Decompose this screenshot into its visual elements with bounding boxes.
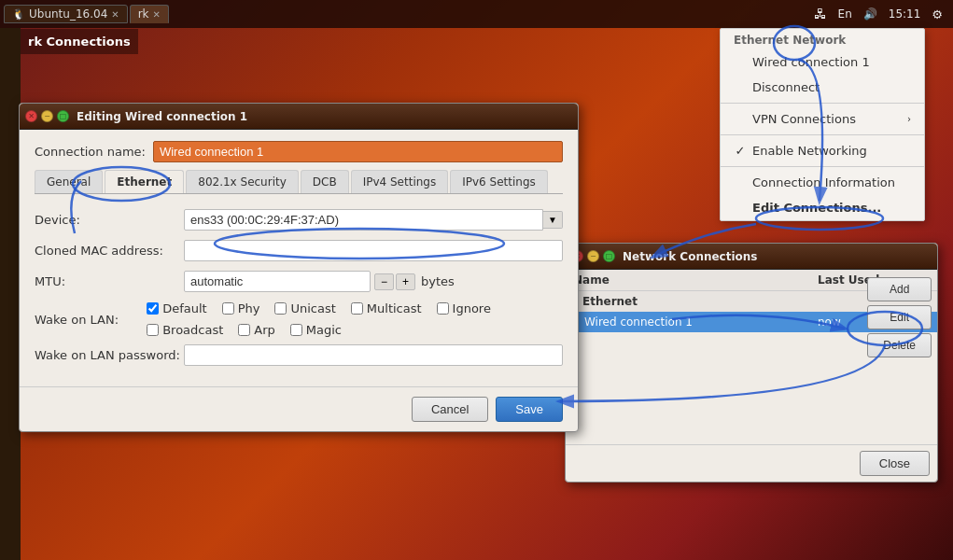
- wol-magic-label: Magic: [306, 323, 342, 337]
- wol-ignore-cb[interactable]: [437, 302, 449, 315]
- cloned-mac-input[interactable]: [184, 240, 563, 261]
- mtu-row: MTU: automatic − + bytes: [35, 271, 563, 292]
- col-name-header: Name: [573, 273, 818, 287]
- wol-default[interactable]: Default: [147, 301, 207, 315]
- tab-rk[interactable]: rk ✕: [130, 5, 169, 23]
- edit-dialog-footer: Cancel Save: [20, 386, 578, 431]
- net-panel-max-btn[interactable]: □: [603, 250, 615, 262]
- taskbar: 🐧 Ubuntu_16.04 ✕ rk ✕ 🖧 En 🔊 15:11 ⚙: [0, 0, 953, 28]
- tab-general[interactable]: General: [35, 170, 103, 193]
- clock: 15:11: [886, 6, 924, 22]
- wol-phy-label: Phy: [238, 301, 260, 315]
- wol-arp-cb[interactable]: [238, 324, 250, 336]
- wol-default-label: Default: [162, 301, 207, 315]
- net-panel-min-btn[interactable]: −: [587, 250, 599, 262]
- add-connection-btn[interactable]: Add: [867, 277, 932, 301]
- dropdown-conn-info[interactable]: Connection Information: [721, 170, 924, 195]
- volume-icon[interactable]: 🔊: [861, 6, 880, 22]
- tab-ubuntu-close[interactable]: ✕: [111, 9, 119, 20]
- edit-dialog-title: Editing Wired connection 1: [77, 110, 247, 123]
- dropdown-vpn[interactable]: VPN Connections ›: [721, 106, 924, 132]
- dropdown-edit-conns[interactable]: Edit Connections...: [721, 195, 924, 220]
- edit-connection-btn[interactable]: Edit: [867, 305, 932, 329]
- mtu-minus-btn[interactable]: −: [374, 273, 394, 290]
- wol-broadcast-cb[interactable]: [147, 324, 159, 336]
- dropdown-sep2: [721, 134, 924, 135]
- tab-rk-close[interactable]: ✕: [153, 9, 161, 20]
- cancel-button[interactable]: Cancel: [412, 397, 488, 422]
- network-taskbar-icon[interactable]: 🖧: [811, 5, 830, 23]
- wol-checkboxes: Default Phy Unicast Multicast: [147, 301, 563, 337]
- wol-phy-cb[interactable]: [222, 302, 234, 315]
- cloned-mac-row: Cloned MAC address:: [35, 240, 563, 261]
- ethernet-section-label: Ethernet: [582, 295, 638, 308]
- dropdown-header: Ethernet Network: [721, 29, 924, 49]
- tab-rk-label: rk: [138, 7, 149, 21]
- net-panel-titlebar: ✕ − □ Network Connections: [566, 244, 937, 270]
- dropdown-enable-label: Enable Networking: [752, 144, 867, 158]
- net-panel-buttons: Add Edit Delete: [862, 270, 937, 365]
- window-controls: ✕ − □: [25, 110, 69, 122]
- wol-password-label: Wake on LAN password:: [35, 348, 184, 362]
- window-max-btn[interactable]: □: [57, 110, 69, 122]
- device-field-group: ens33 (00:0C:29:4F:37:AD) ▼: [184, 209, 563, 231]
- wol-magic-cb[interactable]: [290, 324, 302, 336]
- tab-dcb[interactable]: DCB: [301, 170, 349, 193]
- dropdown-sep1: [721, 103, 924, 104]
- device-row: Device: ens33 (00:0C:29:4F:37:AD) ▼: [35, 209, 563, 231]
- wol-default-cb[interactable]: [147, 302, 159, 315]
- wol-password-row: Wake on LAN password:: [35, 344, 563, 366]
- taskbar-left: 🐧 Ubuntu_16.04 ✕ rk ✕: [0, 5, 169, 23]
- mtu-buttons: − +: [374, 273, 415, 290]
- wol-magic[interactable]: Magic: [290, 323, 342, 337]
- device-input[interactable]: ens33 (00:0C:29:4F:37:AD): [184, 209, 543, 231]
- wol-multicast[interactable]: Multicast: [351, 301, 422, 315]
- dropdown-wired1[interactable]: Wired connection 1: [721, 49, 924, 75]
- tab-ubuntu[interactable]: 🐧 Ubuntu_16.04 ✕: [4, 5, 128, 23]
- network-dropdown-menu: Ethernet Network Wired connection 1 Disc…: [720, 28, 925, 221]
- conn-name-input[interactable]: Wired connection 1: [153, 141, 563, 162]
- window-min-btn[interactable]: −: [41, 110, 53, 122]
- tab-ubuntu-icon: 🐧: [12, 8, 25, 21]
- dropdown-enable-networking[interactable]: ✓ Enable Networking: [721, 138, 924, 163]
- cloned-mac-label: Cloned MAC address:: [35, 244, 184, 258]
- dropdown-disconnect[interactable]: Disconnect: [721, 75, 924, 100]
- edit-dialog-titlebar: ✕ − □ Editing Wired connection 1: [20, 104, 578, 130]
- tab-ethernet[interactable]: Ethernet: [105, 170, 184, 193]
- mtu-plus-btn[interactable]: +: [396, 273, 415, 290]
- dropdown-vpn-label: VPN Connections: [752, 112, 856, 126]
- save-button[interactable]: Save: [496, 397, 563, 422]
- wol-password-input[interactable]: [184, 344, 563, 366]
- tab-ubuntu-label: Ubuntu_16.04: [29, 7, 107, 21]
- net-panel-footer: Close: [566, 444, 937, 482]
- device-dropdown-btn[interactable]: ▼: [543, 211, 563, 229]
- wol-row: Wake on LAN: Default Phy Unicast: [35, 301, 563, 337]
- settings-icon[interactable]: ⚙: [929, 6, 946, 23]
- wol-unicast[interactable]: Unicast: [274, 301, 335, 315]
- delete-connection-btn[interactable]: Delete: [867, 333, 932, 357]
- wol-ignore[interactable]: Ignore: [437, 301, 491, 315]
- wol-ignore-label: Ignore: [453, 301, 491, 315]
- wol-arp[interactable]: Arp: [238, 323, 275, 337]
- keyboard-layout-btn[interactable]: En: [835, 6, 855, 22]
- taskbar-right: 🖧 En 🔊 15:11 ⚙: [811, 5, 953, 23]
- window-close-btn[interactable]: ✕: [25, 110, 37, 122]
- dropdown-disconnect-label: Disconnect: [752, 80, 820, 94]
- conn-name-row: Connection name: Wired connection 1: [35, 141, 563, 162]
- dropdown-vpn-arrow: ›: [907, 114, 911, 124]
- close-net-panel-btn[interactable]: Close: [860, 451, 930, 476]
- dropdown-sep3: [721, 166, 924, 167]
- wol-label: Wake on LAN:: [35, 313, 147, 327]
- wol-unicast-cb[interactable]: [274, 302, 287, 315]
- wol-phy[interactable]: Phy: [222, 301, 260, 315]
- wol-arp-label: Arp: [254, 323, 275, 337]
- wol-multicast-label: Multicast: [367, 301, 422, 315]
- tab-802-1x[interactable]: 802.1x Security: [186, 170, 299, 193]
- wol-multicast-cb[interactable]: [351, 302, 363, 315]
- tab-ipv6[interactable]: IPv6 Settings: [450, 170, 548, 193]
- tab-ipv4[interactable]: IPv4 Settings: [351, 170, 449, 193]
- mtu-input[interactable]: automatic: [184, 271, 371, 292]
- wol-broadcast[interactable]: Broadcast: [147, 323, 223, 337]
- rk-connections-title: rk Connections: [21, 29, 138, 54]
- device-label: Device:: [35, 213, 184, 227]
